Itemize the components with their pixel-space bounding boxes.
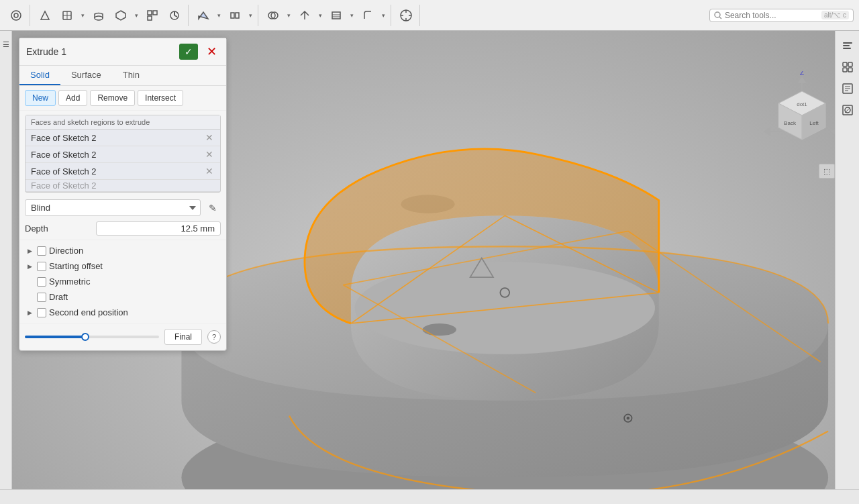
op-remove-button[interactable]: Remove (90, 90, 135, 106)
sheet-icon[interactable] (325, 5, 347, 26)
face-item-4-label: Face of Sketch 2 (31, 181, 97, 191)
sidebar-rendering-icon[interactable] (838, 101, 857, 119)
blind-type-select[interactable]: Blind (25, 199, 201, 216)
fillet-icon[interactable] (357, 5, 378, 26)
nav-cube[interactable]: dot1 Back Left Z Y ⬚ ▾ (758, 71, 846, 179)
help-button[interactable]: ? (207, 330, 221, 344)
search-icon (714, 11, 722, 19)
option-starting-offset: ▶ Starting offset (19, 258, 226, 274)
starting-offset-chevron[interactable]: ▶ (25, 262, 34, 271)
extrude-panel: Extrude 1 ✓ ✕ Solid Surface Thin New Add… (19, 38, 227, 351)
tab-solid[interactable]: Solid (19, 66, 60, 85)
svg-rect-5 (153, 11, 157, 15)
slider-thumb[interactable] (81, 333, 89, 341)
feature-icon[interactable] (110, 5, 132, 26)
boolean-arrow[interactable]: ▾ (284, 5, 293, 26)
right-sidebar (835, 31, 859, 504)
left-sidebar: ☰ (0, 31, 12, 504)
fillet-arrow[interactable]: ▾ (378, 5, 388, 26)
nav-cube-svg: dot1 Back Left Z Y (758, 71, 846, 175)
plane-arrow[interactable]: ▾ (214, 5, 223, 26)
option-direction: ▶ Direction (19, 243, 226, 258)
svg-point-13 (715, 12, 720, 17)
sheet-arrow[interactable]: ▾ (347, 5, 356, 26)
cancel-button[interactable]: ✕ (203, 44, 219, 60)
sketch-icon[interactable] (34, 5, 56, 26)
svg-rect-34 (848, 68, 852, 72)
op-add-button[interactable]: Add (58, 90, 87, 106)
toolbar-group-4: ▾ ▾ ▾ ▾ (262, 5, 391, 26)
direction-chevron[interactable]: ▶ (25, 246, 34, 256)
face-item-3-remove[interactable]: ✕ (204, 166, 215, 177)
crosshair-icon[interactable] (395, 5, 417, 26)
slider-fill (25, 336, 85, 338)
transform-arrow[interactable]: ▾ (315, 5, 325, 26)
second-end-checkbox[interactable] (37, 308, 46, 317)
sidebar-drawing-icon[interactable] (838, 79, 857, 98)
face-item-2-remove[interactable]: ✕ (204, 149, 215, 160)
svg-point-1 (14, 13, 18, 17)
tab-thin[interactable]: Thin (112, 66, 150, 85)
boolean-icon[interactable] (262, 5, 284, 26)
starting-offset-checkbox[interactable] (37, 262, 46, 271)
construct-icon[interactable] (56, 5, 78, 26)
draft-checkbox[interactable] (37, 293, 46, 302)
option-second-end: ▶ Second end position (19, 305, 226, 320)
search-input[interactable] (725, 11, 819, 20)
svg-point-19 (422, 323, 456, 336)
plane-icon[interactable] (193, 5, 214, 26)
pattern-icon[interactable] (142, 5, 163, 26)
edit-icon[interactable]: ✎ (205, 200, 221, 216)
measure-icon[interactable] (164, 5, 185, 26)
sidebar-grid-icon[interactable] (838, 58, 857, 77)
view-cube-icon[interactable]: ⬚ (819, 164, 835, 179)
split-icon-group: ▾ (224, 5, 255, 26)
toolbar-group-5 (395, 5, 420, 26)
sidebar-menu-icon[interactable]: ☰ (1, 39, 11, 50)
panel-title: Extrude 1 (26, 46, 174, 57)
slider-track[interactable] (25, 336, 159, 338)
confirm-button[interactable]: ✓ (179, 44, 198, 60)
plane-icon-group: ▾ (193, 5, 223, 26)
face-item-2[interactable]: Face of Sketch 2 ✕ (26, 146, 220, 163)
sheet-icon-group: ▾ (325, 5, 356, 26)
slider-row: Final ? (19, 323, 226, 350)
op-intersect-button[interactable]: Intersect (138, 90, 183, 106)
cancel-icon: ✕ (207, 44, 217, 59)
toolbar-group-2: ▾ ▾ (34, 5, 189, 26)
svg-rect-4 (148, 11, 152, 15)
depth-row: Depth (19, 219, 226, 240)
split-arrow[interactable]: ▾ (246, 5, 255, 26)
split-icon[interactable] (224, 5, 246, 26)
tab-surface[interactable]: Surface (60, 66, 112, 85)
sidebar-featuretree-icon[interactable] (838, 36, 857, 55)
svg-text:Back: Back (784, 120, 797, 126)
final-button[interactable]: Final (164, 329, 202, 345)
depth-input[interactable] (96, 221, 221, 236)
construct-arrow[interactable]: ▾ (78, 5, 87, 26)
svg-rect-32 (848, 62, 852, 66)
operation-buttons: New Add Remove Intersect (19, 86, 226, 111)
face-item-1-remove[interactable]: ✕ (204, 132, 215, 143)
direction-checkbox[interactable] (37, 246, 46, 256)
svg-point-0 (11, 11, 21, 20)
svg-rect-33 (843, 68, 847, 72)
symmetric-checkbox[interactable] (37, 277, 46, 287)
svg-rect-29 (843, 45, 850, 46)
second-end-chevron[interactable]: ▶ (25, 308, 34, 317)
construct-icon-group: ▾ (56, 5, 87, 26)
search-box[interactable]: alt/⌥ c (709, 9, 854, 22)
second-end-label: Second end position (49, 307, 128, 317)
home-icon[interactable] (5, 5, 27, 26)
face-item-1[interactable]: Face of Sketch 2 ✕ (26, 130, 220, 146)
depth-label: Depth (25, 223, 96, 234)
extrude-icon[interactable] (88, 5, 109, 26)
draft-label: Draft (49, 292, 68, 302)
transform-icon[interactable] (294, 5, 315, 26)
status-bar (0, 489, 859, 504)
face-item-3[interactable]: Face of Sketch 2 ✕ (26, 163, 220, 180)
direction-label: Direction (49, 246, 83, 256)
feature-arrow[interactable]: ▾ (132, 5, 141, 26)
op-new-button[interactable]: New (25, 90, 56, 106)
face-item-4[interactable]: Face of Sketch 2 (26, 180, 220, 192)
